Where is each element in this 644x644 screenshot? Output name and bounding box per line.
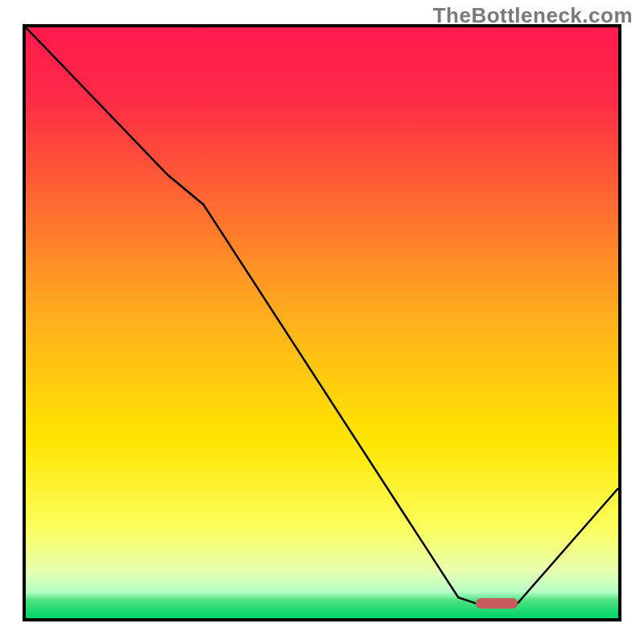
watermark-text: TheBottleneck.com — [433, 3, 633, 28]
chart-container: TheBottleneck.com — [0, 0, 644, 644]
plot-inner — [26, 27, 618, 618]
bottleneck-curve — [26, 27, 618, 604]
plot-area — [23, 24, 621, 621]
optimal-range-marker — [476, 599, 518, 609]
chart-overlay — [26, 27, 618, 618]
